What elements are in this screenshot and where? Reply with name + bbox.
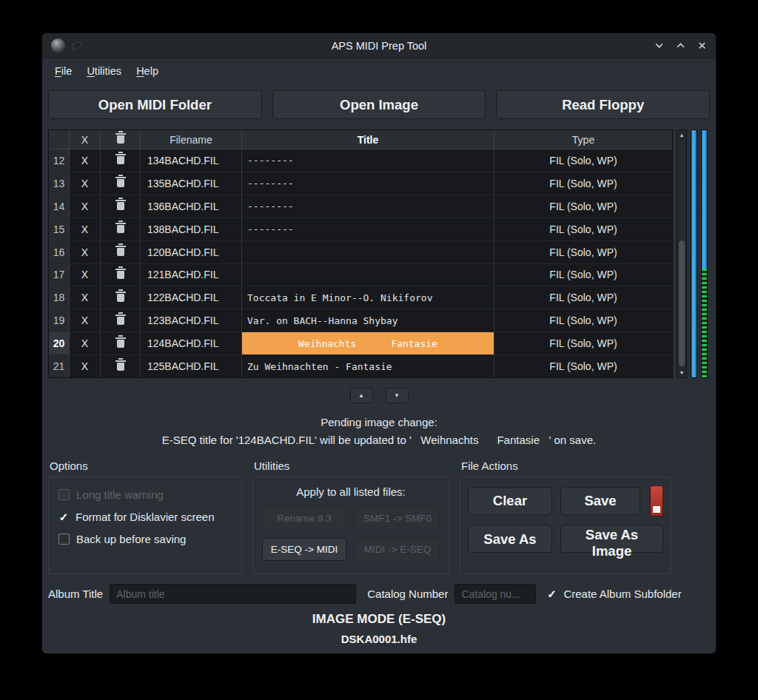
rename-83-button: Rename 8.3 [262,507,346,530]
table-row[interactable]: 16 X 120BACHD.FIL FIL (Solo, WP) [49,241,672,264]
maximize-button[interactable] [675,41,685,51]
row-number: 12 [49,149,70,172]
header-delete[interactable] [101,130,141,149]
image-filename: DSKA0001.hfe [42,633,716,645]
open-image-button[interactable]: Open Image [272,90,486,119]
header-x[interactable]: X [70,130,101,149]
row-delete-button[interactable] [101,309,141,332]
menu-file[interactable]: File [48,63,78,79]
trash-icon [117,248,124,256]
checkbox-icon [58,489,70,500]
table-row-selected[interactable]: 20 X 124BACHD.FIL Weihnachts Fantasie FI… [49,332,672,355]
row-filename: 125BACHD.FIL [141,355,242,377]
row-type: FIL (Solo, WP) [494,286,672,309]
table-row[interactable]: 13 X 135BACHD.FIL -------- FIL (Solo, WP… [49,172,672,195]
row-title[interactable]: -------- [242,149,494,172]
save-as-image-button[interactable]: Save As Image [560,525,663,553]
scroll-down-icon[interactable]: ▼ [677,368,686,377]
table-row[interactable]: 17 X 121BACHD.FIL FIL (Solo, WP) [49,264,672,287]
trash-icon [117,317,124,325]
trash-icon [117,225,124,233]
row-title[interactable]: -------- [242,172,494,195]
checkbox-create-album-subfolder[interactable]: ✓ Create Album Subfolder [546,588,681,600]
row-delete-button[interactable] [101,218,141,240]
titlebar[interactable]: APS MIDI Prep Tool [42,33,716,58]
vertical-scrollbar[interactable]: ▲ ▼ [677,129,687,378]
row-include-mark[interactable]: X [70,264,101,286]
table-row[interactable]: 18 X 122BACHD.FIL Toccata in E Minor--O.… [49,286,672,309]
row-delete-button[interactable] [101,172,141,195]
smf1-to-smf0-button: SMF1 -> SMF0 [355,507,440,530]
file-table: X Filename Title Type 12 X 134BACHD.FIL … [48,129,673,378]
row-include-mark[interactable]: X [70,241,101,263]
row-include-mark[interactable]: X [70,195,101,218]
row-number: 19 [49,309,70,332]
row-include-mark[interactable]: X [70,172,101,195]
save-as-button[interactable]: Save As [468,525,552,553]
row-delete-button[interactable] [101,149,141,172]
catalog-number-input[interactable] [455,584,536,604]
table-row[interactable]: 21 X 125BACHD.FIL Zu Weihnachten - Fanta… [49,355,672,377]
close-button[interactable] [697,41,707,51]
row-title[interactable] [242,241,494,263]
row-delete-button[interactable] [101,195,141,218]
trash-icon [117,202,124,210]
header-type[interactable]: Type [494,130,672,149]
scroll-up-icon[interactable]: ▲ [677,130,686,140]
row-title-editing[interactable]: Weihnachts Fantasie [242,332,494,354]
table-row[interactable]: 12 X 134BACHD.FIL -------- FIL (Solo, WP… [49,149,672,172]
row-title[interactable]: Var. on BACH--Hanna Shybay [242,309,494,332]
row-include-mark[interactable]: X [70,218,101,240]
menu-utilities[interactable]: Utilities [80,63,128,79]
save-button[interactable]: Save [560,488,640,515]
row-include-mark[interactable]: X [70,355,101,377]
row-type: FIL (Solo, WP) [494,195,672,218]
pending-message: Pending image change: E-SEQ title for '1… [50,414,708,449]
row-filename: 121BACHD.FIL [141,264,242,286]
row-type: FIL (Solo, WP) [494,309,672,332]
album-title-input[interactable] [110,584,356,604]
write-indicator [650,485,663,516]
checkbox-backup-before-saving[interactable]: Back up before saving [58,533,232,545]
checkbox-long-title-warning: Long title warning [58,488,232,501]
row-include-mark[interactable]: X [70,309,101,332]
row-title[interactable]: Toccata in E Minor--O. Nikiforov [242,286,494,309]
row-number: 21 [49,355,70,377]
menu-help[interactable]: Help [130,63,165,79]
row-filename: 134BACHD.FIL [141,149,242,172]
row-include-mark[interactable]: X [70,332,101,354]
table-row[interactable]: 14 X 136BACHD.FIL -------- FIL (Solo, WP… [49,195,672,218]
row-delete-button[interactable] [101,332,141,354]
move-up-button[interactable]: ▲ [350,388,373,403]
pending-line1: Pending image change: [50,414,708,431]
row-delete-button[interactable] [101,286,141,309]
header-title[interactable]: Title [242,130,494,149]
row-delete-button[interactable] [101,355,141,377]
row-include-mark[interactable]: X [70,149,101,172]
pin-icon[interactable] [72,41,82,51]
header-filename[interactable]: Filename [141,130,242,149]
eseq-to-midi-button[interactable]: E-SEQ -> MIDI [262,538,346,561]
row-delete-button[interactable] [101,264,141,286]
move-down-button[interactable]: ▼ [386,388,409,403]
scrollbar-thumb[interactable] [679,240,685,366]
clear-button[interactable]: Clear [468,488,552,515]
scrollbar-track[interactable] [677,140,686,368]
trash-icon [117,340,124,348]
row-title[interactable] [242,264,494,286]
open-midi-folder-button[interactable]: Open MIDI Folder [48,90,262,119]
row-number: 13 [49,172,70,195]
table-row[interactable]: 19 X 123BACHD.FIL Var. on BACH--Hanna Sh… [49,309,672,332]
footer-bar: Album Title Catalog Number ✓ Create Albu… [42,574,716,605]
checkbox-format-disklavier[interactable]: ✓ Format for Disklavier screen [58,511,232,523]
row-delete-button[interactable] [101,241,141,263]
minimize-button[interactable] [654,41,664,51]
read-floppy-button[interactable]: Read Floppy [496,90,710,119]
row-title[interactable]: Zu Weihnachten - Fantasie [242,355,494,377]
pending-line2: E-SEQ title for '124BACHD.FIL' will be u… [50,431,708,449]
row-include-mark[interactable]: X [70,286,101,309]
row-title[interactable]: -------- [242,195,494,218]
row-title[interactable]: -------- [242,218,494,240]
table-row[interactable]: 15 X 138BACHD.FIL -------- FIL (Solo, WP… [49,218,672,241]
row-type: FIL (Solo, WP) [494,218,672,240]
